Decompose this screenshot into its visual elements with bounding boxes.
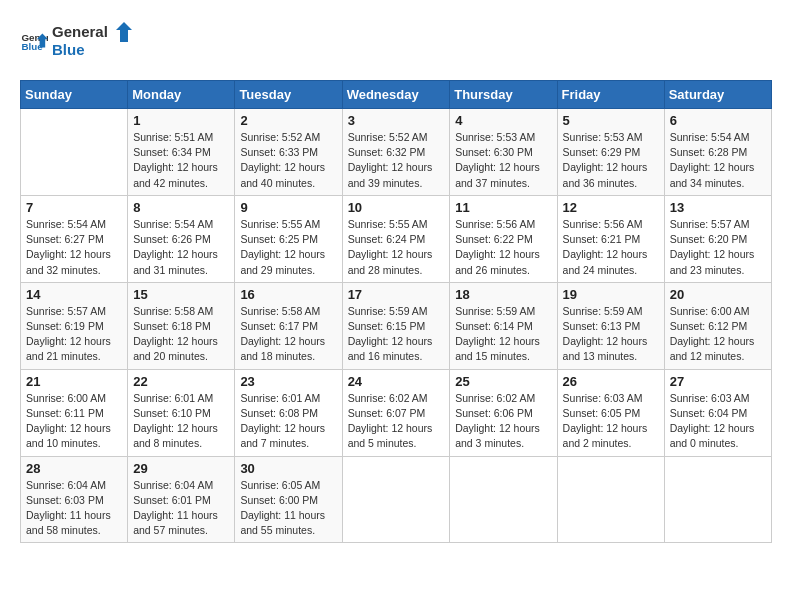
calendar-cell: 20Sunrise: 6:00 AM Sunset: 6:12 PM Dayli… (664, 282, 771, 369)
day-number: 9 (240, 200, 336, 215)
day-info: Sunrise: 6:05 AM Sunset: 6:00 PM Dayligh… (240, 478, 336, 539)
calendar-cell: 10Sunrise: 5:55 AM Sunset: 6:24 PM Dayli… (342, 195, 450, 282)
day-info: Sunrise: 5:59 AM Sunset: 6:13 PM Dayligh… (563, 304, 659, 365)
calendar-cell (450, 456, 557, 543)
calendar-cell: 14Sunrise: 5:57 AM Sunset: 6:19 PM Dayli… (21, 282, 128, 369)
calendar-cell: 18Sunrise: 5:59 AM Sunset: 6:14 PM Dayli… (450, 282, 557, 369)
calendar-week-1: 1Sunrise: 5:51 AM Sunset: 6:34 PM Daylig… (21, 109, 772, 196)
day-number: 8 (133, 200, 229, 215)
day-info: Sunrise: 6:03 AM Sunset: 6:05 PM Dayligh… (563, 391, 659, 452)
calendar-week-5: 28Sunrise: 6:04 AM Sunset: 6:03 PM Dayli… (21, 456, 772, 543)
calendar-week-2: 7Sunrise: 5:54 AM Sunset: 6:27 PM Daylig… (21, 195, 772, 282)
day-info: Sunrise: 5:56 AM Sunset: 6:21 PM Dayligh… (563, 217, 659, 278)
day-info: Sunrise: 5:57 AM Sunset: 6:20 PM Dayligh… (670, 217, 766, 278)
calendar-cell: 16Sunrise: 5:58 AM Sunset: 6:17 PM Dayli… (235, 282, 342, 369)
day-number: 26 (563, 374, 659, 389)
day-number: 4 (455, 113, 551, 128)
calendar-cell: 30Sunrise: 6:05 AM Sunset: 6:00 PM Dayli… (235, 456, 342, 543)
day-number: 15 (133, 287, 229, 302)
day-info: Sunrise: 5:54 AM Sunset: 6:26 PM Dayligh… (133, 217, 229, 278)
calendar-cell: 24Sunrise: 6:02 AM Sunset: 6:07 PM Dayli… (342, 369, 450, 456)
calendar-cell: 4Sunrise: 5:53 AM Sunset: 6:30 PM Daylig… (450, 109, 557, 196)
calendar-cell: 8Sunrise: 5:54 AM Sunset: 6:26 PM Daylig… (128, 195, 235, 282)
logo: General Blue General Blue (20, 20, 142, 64)
day-info: Sunrise: 5:55 AM Sunset: 6:25 PM Dayligh… (240, 217, 336, 278)
calendar-cell (21, 109, 128, 196)
day-info: Sunrise: 5:53 AM Sunset: 6:29 PM Dayligh… (563, 130, 659, 191)
calendar-cell: 28Sunrise: 6:04 AM Sunset: 6:03 PM Dayli… (21, 456, 128, 543)
day-info: Sunrise: 5:52 AM Sunset: 6:33 PM Dayligh… (240, 130, 336, 191)
logo-text-svg: General Blue (52, 20, 142, 60)
day-info: Sunrise: 5:51 AM Sunset: 6:34 PM Dayligh… (133, 130, 229, 191)
calendar-cell: 2Sunrise: 5:52 AM Sunset: 6:33 PM Daylig… (235, 109, 342, 196)
day-header-friday: Friday (557, 81, 664, 109)
calendar-table: SundayMondayTuesdayWednesdayThursdayFrid… (20, 80, 772, 543)
day-header-monday: Monday (128, 81, 235, 109)
calendar-cell: 29Sunrise: 6:04 AM Sunset: 6:01 PM Dayli… (128, 456, 235, 543)
day-number: 14 (26, 287, 122, 302)
calendar-cell: 11Sunrise: 5:56 AM Sunset: 6:22 PM Dayli… (450, 195, 557, 282)
day-number: 22 (133, 374, 229, 389)
day-number: 13 (670, 200, 766, 215)
svg-marker-4 (116, 22, 132, 42)
day-number: 2 (240, 113, 336, 128)
day-number: 7 (26, 200, 122, 215)
day-info: Sunrise: 5:53 AM Sunset: 6:30 PM Dayligh… (455, 130, 551, 191)
day-number: 12 (563, 200, 659, 215)
page-header: General Blue General Blue (20, 20, 772, 64)
day-number: 18 (455, 287, 551, 302)
day-info: Sunrise: 5:52 AM Sunset: 6:32 PM Dayligh… (348, 130, 445, 191)
day-number: 19 (563, 287, 659, 302)
calendar-cell (342, 456, 450, 543)
calendar-cell: 5Sunrise: 5:53 AM Sunset: 6:29 PM Daylig… (557, 109, 664, 196)
day-number: 24 (348, 374, 445, 389)
day-info: Sunrise: 6:02 AM Sunset: 6:06 PM Dayligh… (455, 391, 551, 452)
day-header-wednesday: Wednesday (342, 81, 450, 109)
calendar-cell: 27Sunrise: 6:03 AM Sunset: 6:04 PM Dayli… (664, 369, 771, 456)
day-info: Sunrise: 6:03 AM Sunset: 6:04 PM Dayligh… (670, 391, 766, 452)
day-number: 16 (240, 287, 336, 302)
day-info: Sunrise: 5:58 AM Sunset: 6:17 PM Dayligh… (240, 304, 336, 365)
calendar-cell: 12Sunrise: 5:56 AM Sunset: 6:21 PM Dayli… (557, 195, 664, 282)
day-number: 27 (670, 374, 766, 389)
day-info: Sunrise: 6:00 AM Sunset: 6:12 PM Dayligh… (670, 304, 766, 365)
day-number: 28 (26, 461, 122, 476)
calendar-cell: 17Sunrise: 5:59 AM Sunset: 6:15 PM Dayli… (342, 282, 450, 369)
calendar-cell: 6Sunrise: 5:54 AM Sunset: 6:28 PM Daylig… (664, 109, 771, 196)
day-header-tuesday: Tuesday (235, 81, 342, 109)
day-number: 3 (348, 113, 445, 128)
calendar-cell: 1Sunrise: 5:51 AM Sunset: 6:34 PM Daylig… (128, 109, 235, 196)
calendar-header-row: SundayMondayTuesdayWednesdayThursdayFrid… (21, 81, 772, 109)
day-header-sunday: Sunday (21, 81, 128, 109)
day-info: Sunrise: 6:04 AM Sunset: 6:03 PM Dayligh… (26, 478, 122, 539)
svg-text:General: General (52, 23, 108, 40)
day-info: Sunrise: 5:54 AM Sunset: 6:27 PM Dayligh… (26, 217, 122, 278)
day-info: Sunrise: 5:58 AM Sunset: 6:18 PM Dayligh… (133, 304, 229, 365)
day-info: Sunrise: 6:01 AM Sunset: 6:10 PM Dayligh… (133, 391, 229, 452)
calendar-cell: 15Sunrise: 5:58 AM Sunset: 6:18 PM Dayli… (128, 282, 235, 369)
day-number: 11 (455, 200, 551, 215)
calendar-cell: 7Sunrise: 5:54 AM Sunset: 6:27 PM Daylig… (21, 195, 128, 282)
calendar-cell (557, 456, 664, 543)
day-number: 6 (670, 113, 766, 128)
day-number: 30 (240, 461, 336, 476)
calendar-cell: 23Sunrise: 6:01 AM Sunset: 6:08 PM Dayli… (235, 369, 342, 456)
day-number: 1 (133, 113, 229, 128)
calendar-cell: 13Sunrise: 5:57 AM Sunset: 6:20 PM Dayli… (664, 195, 771, 282)
calendar-cell: 3Sunrise: 5:52 AM Sunset: 6:32 PM Daylig… (342, 109, 450, 196)
day-header-saturday: Saturday (664, 81, 771, 109)
day-info: Sunrise: 5:55 AM Sunset: 6:24 PM Dayligh… (348, 217, 445, 278)
calendar-week-4: 21Sunrise: 6:00 AM Sunset: 6:11 PM Dayli… (21, 369, 772, 456)
calendar-cell: 21Sunrise: 6:00 AM Sunset: 6:11 PM Dayli… (21, 369, 128, 456)
calendar-cell: 22Sunrise: 6:01 AM Sunset: 6:10 PM Dayli… (128, 369, 235, 456)
day-number: 17 (348, 287, 445, 302)
day-info: Sunrise: 6:04 AM Sunset: 6:01 PM Dayligh… (133, 478, 229, 539)
day-number: 23 (240, 374, 336, 389)
logo-icon: General Blue (20, 28, 48, 56)
day-info: Sunrise: 6:00 AM Sunset: 6:11 PM Dayligh… (26, 391, 122, 452)
day-info: Sunrise: 5:54 AM Sunset: 6:28 PM Dayligh… (670, 130, 766, 191)
day-info: Sunrise: 5:59 AM Sunset: 6:15 PM Dayligh… (348, 304, 445, 365)
calendar-cell: 19Sunrise: 5:59 AM Sunset: 6:13 PM Dayli… (557, 282, 664, 369)
day-number: 10 (348, 200, 445, 215)
day-info: Sunrise: 5:56 AM Sunset: 6:22 PM Dayligh… (455, 217, 551, 278)
